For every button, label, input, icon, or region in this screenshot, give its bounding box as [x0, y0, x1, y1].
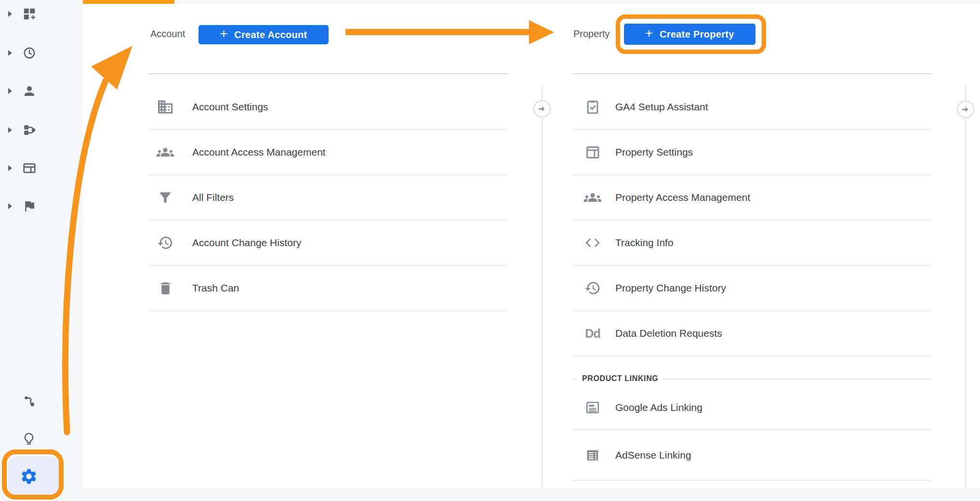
building-icon: [157, 98, 174, 116]
adsense-news-icon: [584, 447, 601, 464]
plus-icon: +: [645, 27, 653, 40]
list-item-property-access-management[interactable]: Property Access Management: [573, 175, 931, 221]
product-linking-list: Google Ads Linking AdSense Linking: [573, 385, 931, 481]
list-item-label: Account Change History: [192, 237, 301, 249]
sidebar-item-customization[interactable]: [0, 0, 83, 27]
admin-gear-icon: [20, 467, 38, 486]
list-item-data-deletion-requests[interactable]: Dd Data Deletion Requests: [573, 311, 931, 356]
web-asset-icon: [584, 144, 601, 161]
expand-property-column-button[interactable]: [957, 101, 974, 118]
create-account-button-label: Create Account: [234, 29, 307, 40]
trash-icon: [157, 279, 174, 297]
list-item-label: GA4 Setup Assistant: [615, 101, 708, 113]
code-brackets-icon: [584, 234, 601, 251]
property-column-label: Property: [573, 28, 610, 40]
account-column-label: Account: [150, 28, 185, 40]
list-item-label: Trash Can: [192, 282, 239, 294]
realtime-clock-icon: [22, 46, 37, 60]
account-selector-underline: [149, 73, 508, 74]
list-item-account-settings[interactable]: Account Settings: [149, 85, 507, 130]
admin-tab-highlight-bar: [83, 0, 174, 4]
audience-person-icon: [22, 84, 37, 98]
property-settings-list: GA4 Setup Assistant Property Settings Pr…: [573, 85, 931, 356]
list-item-account-change-history[interactable]: Account Change History: [149, 221, 507, 266]
list-item-label: Google Ads Linking: [615, 402, 702, 413]
list-item-label: Property Access Management: [615, 192, 750, 203]
account-settings-list: Account Settings Account Access Manageme…: [149, 85, 507, 311]
chevron-right-icon: [8, 11, 12, 17]
sidebar-item-attribution[interactable]: [0, 387, 83, 414]
column-divider: [965, 86, 966, 489]
arrow-right-icon: [538, 105, 546, 113]
create-property-button-label: Create Property: [660, 29, 734, 40]
sidebar-item-discover[interactable]: [0, 425, 83, 452]
property-selector-dropdown[interactable]: [573, 48, 931, 74]
account-selector-dropdown[interactable]: [149, 48, 508, 74]
list-item-all-filters[interactable]: All Filters: [149, 175, 507, 221]
chevron-right-icon: [8, 165, 12, 171]
list-item-label: Tracking Info: [615, 237, 674, 249]
list-item-label: Account Access Management: [192, 146, 326, 158]
attribution-route-icon: [22, 394, 36, 408]
list-item-label: Property Settings: [615, 146, 693, 158]
product-linking-section-header: PRODUCT LINKING: [577, 371, 663, 386]
property-selector-underline: [573, 73, 931, 74]
sidebar-item-conversions[interactable]: [0, 193, 83, 220]
filter-funnel-icon: [157, 189, 174, 206]
list-item-property-settings[interactable]: Property Settings: [573, 130, 931, 175]
sidebar-item-admin[interactable]: [8, 457, 59, 497]
chevron-right-icon: [8, 88, 12, 94]
create-account-button[interactable]: + Create Account: [199, 25, 329, 44]
list-item-label: Account Settings: [192, 101, 268, 113]
list-item-property-change-history[interactable]: Property Change History: [573, 266, 931, 311]
sidebar-item-audience[interactable]: [0, 78, 83, 105]
arrow-right-icon: [961, 105, 970, 114]
conversions-flag-icon: [22, 199, 37, 213]
list-item-adsense-linking[interactable]: AdSense Linking: [573, 430, 931, 481]
sidebar: [0, 0, 83, 501]
sidebar-item-behavior[interactable]: [0, 155, 83, 182]
customization-dashboard-icon: [22, 7, 37, 21]
list-item-google-ads-linking[interactable]: Google Ads Linking: [573, 385, 931, 430]
column-divider: [542, 86, 543, 489]
acquisition-network-icon: [22, 123, 37, 137]
sidebar-item-realtime[interactable]: [0, 40, 83, 66]
chevron-right-icon: [8, 127, 12, 133]
list-item-label: All Filters: [192, 192, 234, 203]
create-property-button[interactable]: + Create Property: [624, 24, 755, 45]
list-item-ga4-setup-assistant[interactable]: GA4 Setup Assistant: [573, 85, 931, 130]
plus-icon: +: [220, 27, 227, 40]
dd-glyph-icon: Dd: [584, 325, 601, 342]
list-item-label: AdSense Linking: [615, 449, 691, 461]
clipboard-check-icon: [584, 98, 601, 116]
list-item-label: Property Change History: [615, 282, 726, 294]
behavior-window-icon: [22, 161, 37, 175]
list-item-label: Data Deletion Requests: [615, 328, 722, 339]
history-icon: [157, 234, 174, 251]
history-icon: [584, 279, 601, 297]
sidebar-item-acquisition[interactable]: [0, 117, 83, 144]
expand-account-column-button[interactable]: [533, 100, 551, 118]
people-group-icon: [157, 144, 174, 161]
list-item-account-access-management[interactable]: Account Access Management: [149, 130, 507, 175]
list-item-tracking-info[interactable]: Tracking Info: [573, 221, 931, 266]
people-group-icon: [584, 189, 601, 206]
chevron-right-icon: [8, 203, 12, 209]
google-ads-article-icon: [584, 399, 601, 416]
discover-lightbulb-icon: [22, 432, 36, 446]
chevron-right-icon: [8, 50, 12, 56]
list-item-trash-can[interactable]: Trash Can: [149, 266, 507, 311]
